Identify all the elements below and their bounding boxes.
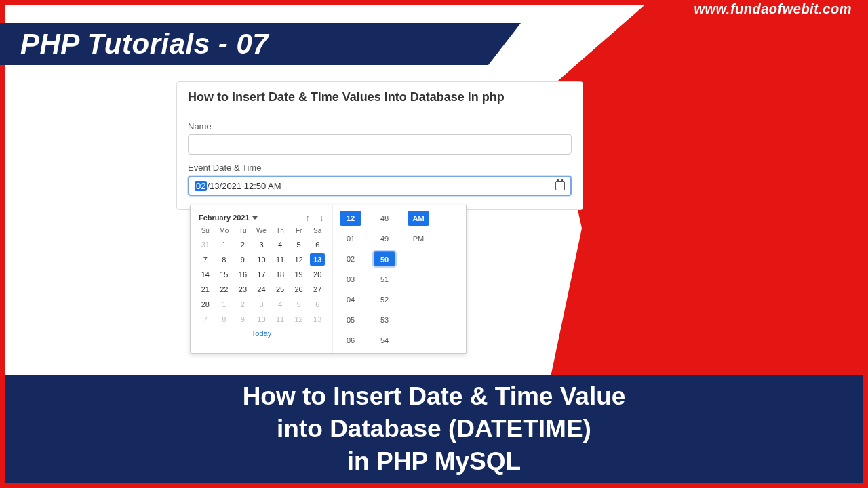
- today-link[interactable]: Today: [196, 325, 327, 339]
- day-cell[interactable]: 5: [292, 298, 307, 310]
- day-cell[interactable]: 31: [198, 239, 213, 251]
- day-cell[interactable]: 9: [235, 253, 250, 266]
- datetime-field[interactable]: 02/13/2021 12:50 AM: [188, 176, 572, 196]
- day-cell[interactable]: 11: [273, 253, 288, 266]
- dow-label: Fr: [290, 227, 309, 236]
- day-cell[interactable]: 3: [254, 298, 269, 310]
- day-cell[interactable]: 5: [292, 239, 307, 251]
- day-cell[interactable]: 13: [310, 313, 325, 325]
- page-title: PHP Tutorials - 07: [20, 28, 269, 60]
- day-cell[interactable]: 15: [216, 268, 231, 281]
- day-cell[interactable]: 1: [216, 239, 231, 251]
- day-cell[interactable]: 20: [310, 268, 325, 281]
- day-cell[interactable]: 26: [292, 283, 307, 296]
- day-cell[interactable]: 6: [310, 239, 325, 251]
- bottom-line-3: in PHP MySQL: [347, 445, 521, 478]
- day-cell[interactable]: 4: [273, 239, 288, 251]
- day-cell[interactable]: 13: [310, 253, 325, 266]
- day-cell[interactable]: 2: [235, 239, 250, 251]
- hour-option[interactable]: 04: [340, 292, 361, 307]
- name-field[interactable]: [188, 134, 572, 155]
- day-cell[interactable]: 7: [198, 313, 213, 325]
- day-cell[interactable]: 25: [273, 283, 288, 296]
- form-card: How to Insert Date & Time Values into Da…: [176, 81, 583, 210]
- minutes-column: 48495051525354: [374, 211, 395, 348]
- day-cell[interactable]: 2: [235, 298, 250, 310]
- dow-label: Su: [196, 227, 215, 236]
- dow-label: We: [252, 227, 271, 236]
- calendar-header: February 2021 ↑ ↓: [196, 211, 327, 227]
- hour-option[interactable]: 01: [340, 231, 361, 246]
- day-cell[interactable]: 1: [216, 298, 231, 310]
- minute-option[interactable]: 48: [374, 211, 395, 226]
- day-cell[interactable]: 12: [292, 253, 307, 266]
- datetime-value: 02/13/2021 12:50 AM: [195, 181, 281, 191]
- time-panel: 12010203040506 48495051525354 AMPM: [333, 205, 466, 353]
- hour-option[interactable]: 06: [340, 333, 361, 348]
- day-cell[interactable]: 8: [216, 313, 231, 325]
- chevron-down-icon: [252, 216, 258, 220]
- prev-month-icon[interactable]: ↑: [305, 212, 310, 223]
- header-bar: PHP Tutorials - 07: [0, 23, 488, 65]
- minute-option[interactable]: 53: [374, 312, 395, 327]
- datetime-month-selected: 02: [195, 181, 207, 191]
- card-title: How to Insert Date & Time Values into Da…: [177, 82, 583, 113]
- hour-option[interactable]: 02: [340, 251, 361, 266]
- datetime-picker: February 2021 ↑ ↓ SuMoTuWeThFrSa31123456…: [190, 205, 467, 354]
- dow-label: Th: [271, 227, 290, 236]
- day-cell[interactable]: 3: [254, 239, 269, 251]
- day-cell[interactable]: 19: [292, 268, 307, 281]
- month-label: February 2021: [199, 214, 250, 222]
- day-cell[interactable]: 7: [198, 253, 213, 266]
- day-cell[interactable]: 12: [292, 313, 307, 325]
- month-nav: ↑ ↓: [305, 212, 324, 223]
- bottom-line-1: How to Insert Date & Time Value: [243, 380, 626, 413]
- minute-option[interactable]: 54: [374, 333, 395, 348]
- day-cell[interactable]: 11: [273, 313, 288, 325]
- day-cell[interactable]: 27: [310, 283, 325, 296]
- day-cell[interactable]: 28: [198, 298, 213, 310]
- day-cell[interactable]: 16: [235, 268, 250, 281]
- day-cell[interactable]: 22: [216, 283, 231, 296]
- ampm-column: AMPM: [408, 211, 429, 348]
- brand-url: www.fundaofwebit.com: [694, 1, 852, 17]
- month-select[interactable]: February 2021: [199, 214, 258, 222]
- day-cell[interactable]: 6: [310, 298, 325, 310]
- bottom-title-bar: How to Insert Date & Time Value into Dat…: [5, 375, 863, 483]
- minute-option[interactable]: 49: [374, 231, 395, 246]
- ampm-option[interactable]: PM: [408, 231, 429, 246]
- day-cell[interactable]: 8: [216, 253, 231, 266]
- day-cell[interactable]: 4: [273, 298, 288, 310]
- datetime-rest: /13/2021 12:50 AM: [207, 181, 281, 191]
- day-cell[interactable]: 21: [198, 283, 213, 296]
- dow-label: Sa: [308, 227, 327, 236]
- dow-label: Tu: [233, 227, 252, 236]
- calendar-grid: SuMoTuWeThFrSa31123456789101112131415161…: [196, 227, 327, 325]
- day-cell[interactable]: 17: [254, 268, 269, 281]
- hour-option[interactable]: 03: [340, 272, 361, 287]
- bottom-line-2: into Database (DATETIME): [277, 413, 591, 445]
- calendar-panel: February 2021 ↑ ↓ SuMoTuWeThFrSa31123456…: [191, 205, 333, 353]
- minute-option[interactable]: 50: [374, 251, 395, 266]
- hours-column: 12010203040506: [340, 211, 361, 348]
- day-cell[interactable]: 24: [254, 283, 269, 296]
- minute-option[interactable]: 51: [374, 272, 395, 287]
- day-cell[interactable]: 10: [254, 253, 269, 266]
- day-cell[interactable]: 23: [235, 283, 250, 296]
- day-cell[interactable]: 9: [235, 313, 250, 325]
- day-cell[interactable]: 18: [273, 268, 288, 281]
- card-body: Name Event Date & Time 02/13/2021 12:50 …: [177, 113, 583, 209]
- hour-option[interactable]: 12: [340, 211, 361, 226]
- next-month-icon[interactable]: ↓: [319, 212, 324, 223]
- calendar-icon[interactable]: [555, 181, 565, 190]
- dow-label: Mo: [215, 227, 234, 236]
- minute-option[interactable]: 52: [374, 292, 395, 307]
- name-label: Name: [188, 121, 572, 131]
- day-cell[interactable]: 14: [198, 268, 213, 281]
- hour-option[interactable]: 05: [340, 312, 361, 327]
- ampm-option[interactable]: AM: [408, 211, 429, 226]
- datetime-label: Event Date & Time: [188, 163, 572, 173]
- day-cell[interactable]: 10: [254, 313, 269, 325]
